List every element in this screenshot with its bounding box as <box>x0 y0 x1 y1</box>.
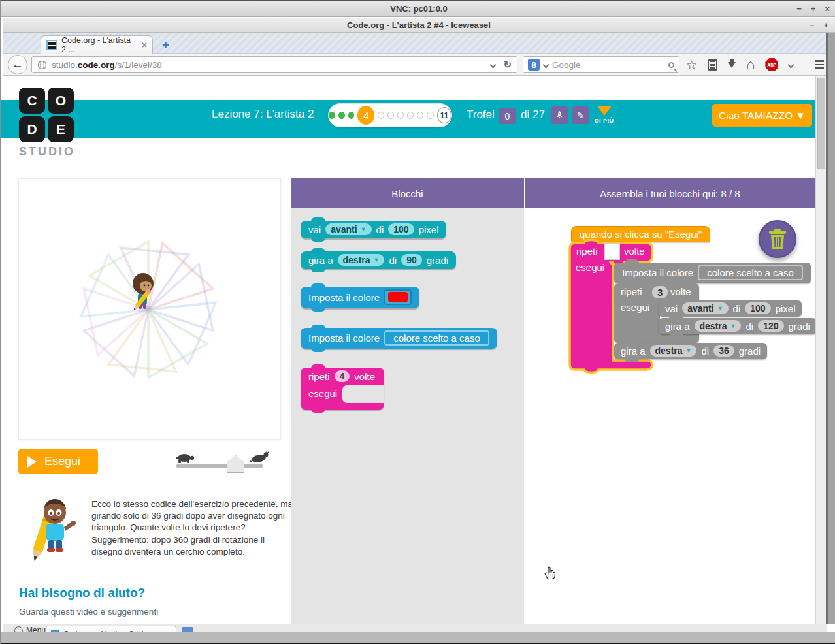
block-text: Imposta il colore <box>308 332 380 344</box>
page-scrollbar[interactable] <box>815 76 826 624</box>
drawing-canvas <box>18 178 281 440</box>
vnc-titlebar: VNC: pc01:0.0 − + × <box>1 1 835 17</box>
search-placeholder: Google <box>552 60 581 70</box>
adblock-dropdown-icon[interactable] <box>788 61 794 68</box>
progress-dot-current[interactable]: 4 <box>357 106 374 125</box>
browser-titlebar: Code.org - L'artista 2 #4 - Iceweasel − … <box>3 18 835 33</box>
url-bar[interactable]: studio.code.org/s/1/level/38 ↻ <box>31 56 517 73</box>
rocket-icon <box>555 110 565 120</box>
bookmark-star-icon[interactable]: ☆ <box>686 57 697 72</box>
url-text: studio.code.org/s/1/level/38 <box>52 60 162 70</box>
progress-dots[interactable]: 411 <box>328 103 452 127</box>
direction-dropdown[interactable]: destra▼ <box>338 254 385 266</box>
speed-slider-thumb[interactable] <box>227 455 244 473</box>
toolbox-block-move[interactable]: vai avanti▼ di 100 pixel <box>301 221 446 238</box>
url-dropdown-icon[interactable] <box>490 61 497 68</box>
color-socket[interactable] <box>384 289 412 305</box>
instructions-text: Ecco lo stesso codice dell'esercizio pre… <box>91 498 293 558</box>
trash-button[interactable] <box>759 220 796 258</box>
downloads-icon[interactable] <box>728 62 736 72</box>
dropdown-arrow-icon: ▼ <box>717 305 723 312</box>
progress-dot-done[interactable] <box>348 112 355 119</box>
block-text: gradi <box>739 346 761 357</box>
more-label: DI PIÙ <box>595 118 614 124</box>
block-text: gradi <box>427 255 448 266</box>
toolbox-block-repeat[interactable]: ripeti 4 volte esegui <box>301 368 384 410</box>
random-color-value-block[interactable]: colore scelto a caso <box>384 330 489 346</box>
degrees-value[interactable]: 36 <box>713 345 734 357</box>
toolbox-block-set-random-color[interactable]: Imposta il colore colore scelto a caso <box>301 328 497 349</box>
search-magnifier-icon[interactable] <box>668 62 674 68</box>
rocket-button[interactable] <box>551 106 568 124</box>
mouse-cursor-hand <box>544 566 557 581</box>
help-heading: Hai bisogno di aiuto? <box>19 586 145 600</box>
progress-dot-last[interactable]: 11 <box>437 107 452 123</box>
reload-icon[interactable]: ↻ <box>503 59 512 71</box>
pixels-value[interactable]: 100 <box>388 223 414 235</box>
speed-slider-track[interactable] <box>176 464 263 468</box>
google-icon: 8 <box>528 59 540 71</box>
vnc-close-button[interactable]: × <box>825 4 830 14</box>
degrees-value[interactable]: 120 <box>758 320 783 332</box>
progress-dot-upcoming[interactable] <box>417 112 423 119</box>
repeat-inner-spine[interactable]: esegui <box>614 298 660 337</box>
repeat-count-value[interactable]: 4 <box>335 370 350 382</box>
more-triangle-icon[interactable] <box>597 106 612 116</box>
run-button[interactable]: Esegui <box>18 449 98 474</box>
search-engine-dropdown-icon[interactable] <box>543 61 549 68</box>
direction-dropdown[interactable]: destra▼ <box>695 320 742 332</box>
degrees-value[interactable]: 90 <box>401 254 422 266</box>
workspace-block-set-random-color[interactable]: Imposta il colore colore scelto a caso <box>614 263 811 283</box>
tab-close-icon[interactable]: × <box>142 40 147 50</box>
toolbox-block-turn[interactable]: gira a destra▼ di 90 gradi <box>301 251 456 269</box>
logo-tile-c: C <box>19 88 45 114</box>
bookmarks-menu-icon[interactable] <box>708 59 717 71</box>
trash-icon <box>768 229 787 250</box>
window-right-border <box>826 33 835 624</box>
search-bar[interactable]: 8 Google <box>523 56 679 73</box>
direction-dropdown[interactable]: avanti▼ <box>325 223 371 235</box>
progress-dot-done[interactable] <box>338 112 345 119</box>
browser-minimize-button[interactable]: − <box>810 20 815 30</box>
block-text: gradi <box>789 321 810 332</box>
workspace-block-turn-36[interactable]: gira a destra▼ di 36 gradi <box>614 343 767 359</box>
trophies-count-badge: 0 <box>499 108 516 124</box>
progress-dot-upcoming[interactable] <box>397 112 404 119</box>
progress-dot-done[interactable] <box>329 112 335 119</box>
direction-dropdown[interactable]: avanti▼ <box>682 302 728 314</box>
url-path: /s/1/level/38 <box>115 60 162 70</box>
progress-dot-upcoming[interactable] <box>378 112 384 119</box>
new-tab-button[interactable]: + <box>162 38 169 52</box>
direction-dropdown[interactable]: destra▼ <box>650 345 697 357</box>
progress-dot-upcoming[interactable] <box>407 112 414 119</box>
bottom-gray-bar <box>1 632 835 643</box>
back-button[interactable]: ← <box>8 55 27 74</box>
screen: VNC: pc01:0.0 − + × Code.org - L'artista… <box>0 0 835 644</box>
block-text: pixel <box>776 303 796 314</box>
block-text: ripeti <box>576 246 598 257</box>
dropdown-arrow-icon: ▼ <box>361 226 367 233</box>
repeat-count-value[interactable]: 3 <box>652 286 668 298</box>
repeat-count-input[interactable] <box>604 243 620 260</box>
canvas-drawing <box>19 179 280 439</box>
menu-icon[interactable] <box>815 60 824 69</box>
block-text: pixel <box>419 224 439 235</box>
browser-maximize-button[interactable]: + <box>823 20 828 30</box>
pixels-value[interactable]: 100 <box>745 302 770 314</box>
vnc-maximize-button[interactable]: + <box>811 4 816 14</box>
adblock-icon[interactable]: ABP <box>765 58 778 71</box>
vnc-minimize-button[interactable]: − <box>796 4 802 14</box>
tab-codeorg[interactable]: Code.org - L'artista 2 ... × <box>41 35 153 54</box>
progress-dot-upcoming[interactable] <box>387 112 394 119</box>
progress-dot-upcoming[interactable] <box>427 112 433 119</box>
home-icon[interactable]: ⌂ <box>746 56 755 73</box>
random-color-value-block[interactable]: colore scelto a caso <box>698 265 803 280</box>
scrollbar-thumb[interactable] <box>817 78 825 169</box>
workspace-block-turn-120[interactable]: gira a destra▼ di 120 gradi <box>659 318 817 334</box>
user-menu-button[interactable]: Ciao TAMIAZZO ▼ <box>712 104 812 127</box>
pencil-button[interactable]: ✎ <box>572 106 589 124</box>
help-subtext[interactable]: Guarda questi video e suggerimenti <box>19 607 158 617</box>
code-studio-logo[interactable]: C O D E STUDIO <box>19 88 76 162</box>
vnc-window-controls: − + × <box>796 1 830 16</box>
toolbox-block-set-color[interactable]: Imposta il colore <box>301 287 419 308</box>
